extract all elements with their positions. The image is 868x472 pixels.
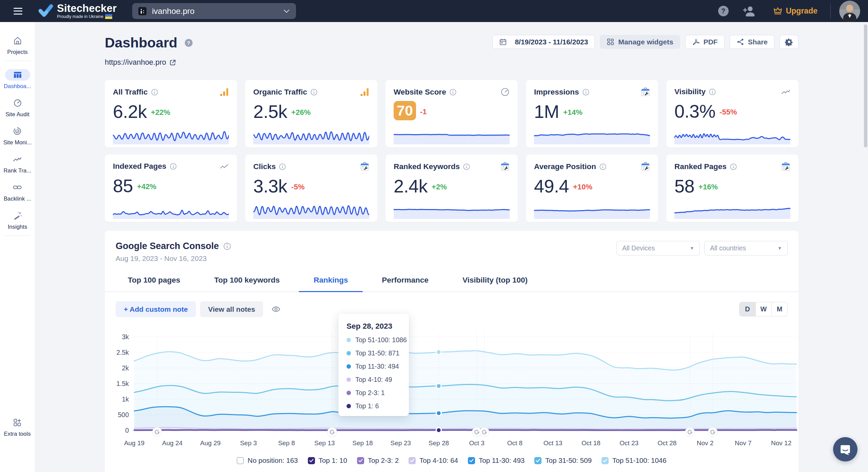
info-icon[interactable] (279, 163, 286, 170)
invite-user-button[interactable] (743, 4, 756, 18)
metric-card-ranked-keywords: Ranked Keywords 2.4k +2% (386, 155, 518, 222)
x-tick-label: Aug 24 (162, 439, 183, 447)
granularity-w[interactable]: W (755, 302, 771, 316)
analytics-bars-icon (220, 87, 229, 97)
info-icon[interactable] (730, 163, 737, 170)
user-avatar[interactable] (839, 1, 860, 22)
metric-value: 2.5k (253, 101, 287, 122)
gauge-icon (13, 99, 22, 107)
view-all-notes-button[interactable]: View all notes (200, 301, 263, 317)
grid-plus-icon (13, 418, 22, 427)
device-filter-select[interactable]: All Devices▼ (616, 241, 700, 255)
search-console-icon (641, 87, 650, 97)
info-icon[interactable] (709, 88, 716, 95)
metric-card-visibility: Visibility 0.3% -55% (666, 80, 798, 147)
tooltip-row: Top 51-100: 1086 (347, 336, 401, 344)
tab-top-100-keywords[interactable]: Top 100 keywords (199, 270, 295, 291)
dashboard-icon (13, 70, 22, 79)
metric-value: 1M (534, 101, 559, 122)
info-icon[interactable] (599, 163, 606, 170)
info-icon[interactable] (583, 89, 589, 96)
google-update-marker[interactable] (328, 427, 337, 437)
scrollbar-thumb[interactable] (864, 24, 867, 147)
x-tick-label: Nov 12 (771, 439, 791, 447)
sidebar-item-label: Projects (7, 49, 27, 55)
google-update-marker[interactable] (152, 427, 162, 437)
tab-rankings[interactable]: Rankings (299, 270, 363, 291)
sidebar-item-extra-tools[interactable]: Extra tools (0, 417, 35, 437)
sidebar-item-dashboa[interactable]: Dashboa... (4, 69, 31, 89)
info-icon[interactable] (463, 163, 470, 170)
granularity-d[interactable]: D (739, 302, 755, 316)
tab-top-100-pages[interactable]: Top 100 pages (113, 270, 195, 291)
country-filter-select[interactable]: All countries▼ (704, 241, 788, 255)
eye-icon[interactable] (272, 306, 280, 312)
upgrade-button[interactable]: Upgrade (773, 6, 817, 16)
google-update-marker[interactable] (480, 427, 489, 437)
info-icon[interactable] (450, 89, 456, 96)
app-logo[interactable]: Sitechecker Proudly made in Ukraine (38, 3, 117, 19)
metric-card-average-position: Average Position 49.4 +10% (526, 155, 658, 222)
rankings-chart-svg[interactable]: 05001k1.5k2k2.5k3kAug 19Aug 24Aug 29Sep … (105, 327, 798, 459)
sidebar-divider (4, 61, 31, 61)
tab-visibility-top-100[interactable]: Visibility (top 100) (448, 270, 542, 291)
metric-card-title: Visibility (674, 87, 706, 96)
metric-sparkline (253, 205, 369, 219)
x-tick-label: Nov 2 (697, 439, 714, 447)
x-tick-label: Oct 3 (469, 439, 484, 447)
info-icon[interactable] (170, 163, 177, 170)
tab-performance[interactable]: Performance (367, 270, 443, 291)
sidebar-item-label: Dashboa... (4, 83, 31, 89)
y-tick-label: 1k (122, 395, 129, 403)
date-range-picker[interactable]: 8/19/2023 - 11/16/2023 (492, 35, 595, 49)
pdf-export-button[interactable]: PDF (685, 35, 725, 49)
sidebar-item-rank-tra[interactable]: Rank Tra... (4, 153, 32, 174)
pdf-icon (692, 38, 700, 46)
chat-widget-button[interactable] (833, 437, 857, 461)
radar-icon (13, 127, 22, 136)
tooltip-row-label: Top 31-50: 871 (355, 349, 399, 357)
sidebar-item-site-audit[interactable]: Site Audit (5, 97, 30, 118)
gsc-date-range: Aug 19, 2023 - Nov 16, 2023 (116, 254, 231, 263)
sidebar-item-backlink[interactable]: Backlink ... (4, 182, 31, 202)
settings-button[interactable] (780, 35, 798, 49)
analytics-bars-icon (360, 87, 369, 97)
tooltip-row-label: Top 2-3: 1 (355, 389, 385, 397)
page-title-help-icon[interactable]: ? (185, 39, 193, 47)
google-update-marker[interactable] (708, 427, 717, 437)
logo-checkmark-icon (38, 3, 54, 18)
metric-delta: +10% (573, 183, 592, 191)
ukraine-flag-icon (105, 14, 112, 19)
topbar: Sitechecker Proudly made in Ukraine ivan… (0, 0, 868, 22)
info-icon[interactable] (151, 89, 158, 96)
help-button[interactable]: ? (718, 6, 729, 16)
sidebar-item-insights[interactable]: Insights (5, 210, 30, 230)
share-button[interactable]: Share (730, 35, 774, 49)
rankings-chart: 05001k1.5k2k2.5k3kAug 19Aug 24Aug 29Sep … (105, 327, 798, 459)
sidebar-item-projects[interactable]: Projects (5, 35, 30, 55)
project-selector[interactable]: ivanhoe.pro (132, 3, 296, 19)
brand-tagline: Proudly made in Ukraine (57, 14, 103, 19)
brand-name: Sitechecker (57, 3, 117, 14)
tooltip-row-label: Top 4-10: 49 (355, 376, 392, 384)
manage-widgets-button[interactable]: Manage widgets (600, 35, 680, 49)
project-favicon (138, 7, 146, 15)
caret-down-icon: ▼ (777, 246, 782, 251)
google-search-console-panel: Google Search Console Aug 19, 2023 - Nov… (105, 231, 798, 472)
metric-value: 85 (113, 175, 133, 196)
granularity-switch: DWM (739, 302, 788, 316)
info-icon[interactable] (311, 89, 317, 96)
crown-icon (773, 6, 783, 16)
info-icon[interactable] (223, 243, 231, 250)
add-custom-note-button[interactable]: + Add custom note (116, 301, 196, 317)
hamburger-menu-icon[interactable] (14, 8, 22, 15)
gsc-tabs: Top 100 pagesTop 100 keywordsRankingsPer… (105, 270, 798, 292)
wand-icon (13, 211, 22, 220)
google-update-marker[interactable] (685, 427, 695, 437)
granularity-m[interactable]: M (771, 302, 787, 316)
site-url-link[interactable]: https://ivanhoe.pro (105, 58, 193, 67)
metric-card-title: Indexed Pages (113, 162, 166, 171)
sidebar-item-site-moni[interactable]: Site Moni... (3, 125, 32, 146)
metric-delta: +2% (432, 183, 447, 191)
metric-card-title: Website Score (394, 88, 446, 97)
